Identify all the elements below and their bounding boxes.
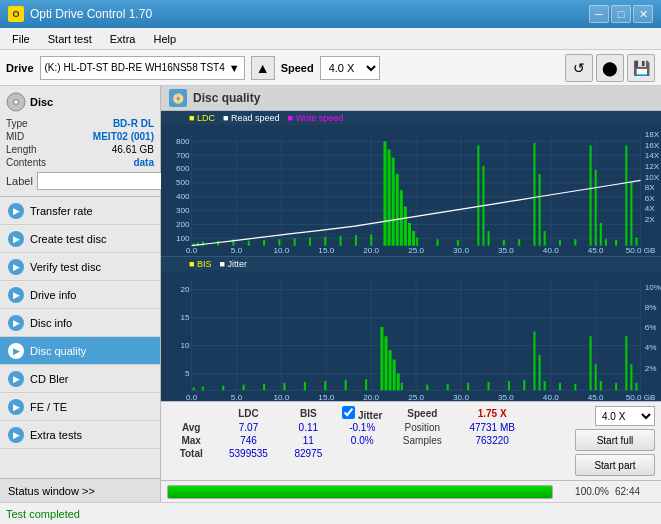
minimize-button[interactable]: ─ bbox=[589, 5, 609, 23]
svg-rect-63 bbox=[625, 145, 627, 245]
svg-rect-53 bbox=[533, 143, 535, 246]
avg-bis: 0.11 bbox=[282, 421, 336, 434]
app-icon: O bbox=[8, 6, 24, 22]
speed-dropdown-select[interactable]: 4.0 X bbox=[595, 406, 655, 426]
svg-rect-39 bbox=[392, 158, 395, 246]
svg-rect-133 bbox=[533, 331, 535, 390]
menu-help[interactable]: Help bbox=[145, 31, 184, 47]
svg-rect-139 bbox=[595, 364, 597, 390]
bottom-chart-svg: 20 15 10 5 10% 8% 6% 4% 2% bbox=[161, 271, 661, 402]
svg-rect-38 bbox=[388, 149, 391, 245]
menu-extra[interactable]: Extra bbox=[102, 31, 144, 47]
disc-quality-icon: ▶ bbox=[8, 343, 24, 359]
avg-jitter: -0.1% bbox=[335, 421, 389, 434]
close-button[interactable]: ✕ bbox=[633, 5, 653, 23]
record-icon-button[interactable]: ⬤ bbox=[596, 54, 624, 82]
ldc-legend: ■ LDC bbox=[189, 113, 215, 123]
disc-contents-value: data bbox=[133, 157, 154, 168]
svg-rect-116 bbox=[283, 382, 285, 389]
svg-rect-136 bbox=[559, 382, 561, 389]
charts-container: ■ LDC ■ Read speed ■ Write speed bbox=[161, 111, 661, 401]
bottom-legend: ■ BIS ■ Jitter bbox=[161, 257, 661, 271]
jitter-checkbox[interactable] bbox=[342, 406, 355, 419]
svg-text:50.0 GB: 50.0 GB bbox=[626, 392, 656, 401]
svg-text:600: 600 bbox=[176, 165, 190, 173]
window-controls: ─ □ ✕ bbox=[589, 5, 653, 23]
svg-rect-40 bbox=[396, 174, 399, 246]
svg-rect-144 bbox=[635, 382, 637, 389]
disc-info-icon: ▶ bbox=[8, 315, 24, 331]
svg-rect-48 bbox=[477, 145, 479, 245]
svg-point-2 bbox=[15, 101, 18, 104]
drive-select[interactable]: (K:) HL-DT-ST BD-RE WH16NS58 TST4 ▼ bbox=[40, 56, 245, 80]
start-part-button[interactable]: Start part bbox=[575, 454, 655, 476]
max-ldc: 746 bbox=[215, 434, 281, 447]
svg-rect-37 bbox=[383, 141, 386, 245]
refresh-icon-button[interactable]: ↺ bbox=[565, 54, 593, 82]
svg-text:35.0: 35.0 bbox=[498, 392, 515, 401]
sidebar-item-verify-test-disc[interactable]: ▶ Verify test disc bbox=[0, 253, 160, 281]
status-window-button[interactable]: Status window >> bbox=[0, 478, 160, 502]
svg-text:2X: 2X bbox=[645, 216, 655, 224]
svg-text:200: 200 bbox=[176, 221, 190, 229]
sidebar-item-extra-tests[interactable]: ▶ Extra tests bbox=[0, 421, 160, 449]
bottom-chart: ■ BIS ■ Jitter bbox=[161, 257, 661, 402]
disc-length-row: Length 46.61 GB bbox=[6, 144, 154, 155]
sidebar-item-transfer-rate[interactable]: ▶ Transfer rate bbox=[0, 197, 160, 225]
top-chart-area: 800 700 600 500 400 300 200 100 18X 16X bbox=[161, 125, 661, 256]
total-bis: 82975 bbox=[282, 447, 336, 460]
disc-quality-header: 📀 Disc quality bbox=[161, 86, 661, 111]
svg-text:4X: 4X bbox=[645, 205, 655, 213]
disc-header: Disc bbox=[6, 92, 154, 112]
speed-select[interactable]: 4.0 X bbox=[320, 56, 380, 80]
start-full-button[interactable]: Start full bbox=[575, 429, 655, 451]
svg-text:25.0: 25.0 bbox=[408, 392, 425, 401]
samples-value: 763220 bbox=[455, 434, 529, 447]
menu-file[interactable]: File bbox=[4, 31, 38, 47]
sidebar-item-disc-info[interactable]: ▶ Disc info bbox=[0, 309, 160, 337]
title-bar: O Opti Drive Control 1.70 ─ □ ✕ bbox=[0, 0, 661, 28]
svg-rect-120 bbox=[365, 379, 367, 390]
svg-rect-60 bbox=[600, 223, 602, 246]
svg-text:16X: 16X bbox=[645, 142, 660, 150]
menu-bar: File Start test Extra Help bbox=[0, 28, 661, 50]
svg-rect-35 bbox=[355, 235, 357, 246]
position-value: 47731 MB bbox=[455, 421, 529, 434]
svg-rect-30 bbox=[278, 239, 280, 246]
menu-start-test[interactable]: Start test bbox=[40, 31, 100, 47]
svg-text:5: 5 bbox=[185, 369, 190, 378]
sidebar-item-label: Drive info bbox=[30, 289, 76, 301]
svg-rect-112 bbox=[202, 386, 204, 390]
svg-rect-28 bbox=[248, 241, 250, 246]
sidebar-item-fe-te[interactable]: ▶ FE / TE bbox=[0, 393, 160, 421]
sidebar-item-cd-bler[interactable]: ▶ CD Bler bbox=[0, 365, 160, 393]
disc-contents-label: Contents bbox=[6, 157, 46, 168]
svg-rect-57 bbox=[574, 239, 576, 246]
svg-rect-43 bbox=[408, 223, 411, 246]
jitter-legend: ■ Jitter bbox=[219, 259, 246, 269]
save-icon-button[interactable]: 💾 bbox=[627, 54, 655, 82]
disc-contents-row: Contents data bbox=[6, 157, 154, 168]
sidebar-item-drive-info[interactable]: ▶ Drive info bbox=[0, 281, 160, 309]
verify-test-disc-icon: ▶ bbox=[8, 259, 24, 275]
sidebar-item-create-test-disc[interactable]: ▶ Create test disc bbox=[0, 225, 160, 253]
svg-rect-44 bbox=[412, 231, 415, 246]
disc-label-label: Label bbox=[6, 175, 33, 187]
svg-rect-54 bbox=[539, 174, 541, 246]
svg-text:45.0: 45.0 bbox=[588, 247, 604, 255]
speed-row: 4.0 X bbox=[595, 406, 655, 426]
maximize-button[interactable]: □ bbox=[611, 5, 631, 23]
drive-bar: Drive (K:) HL-DT-ST BD-RE WH16NS58 TST4 … bbox=[0, 50, 661, 86]
sidebar-item-label: CD Bler bbox=[30, 373, 69, 385]
disc-mid-value: MEIT02 (001) bbox=[93, 131, 154, 142]
eject-button[interactable]: ▲ bbox=[251, 56, 275, 80]
svg-rect-126 bbox=[401, 382, 403, 389]
total-label: Total bbox=[167, 447, 215, 460]
disc-label-input[interactable] bbox=[37, 172, 170, 190]
avg-ldc: 7.07 bbox=[215, 421, 281, 434]
svg-rect-42 bbox=[404, 207, 407, 246]
col-empty bbox=[167, 406, 215, 421]
svg-rect-50 bbox=[488, 231, 490, 246]
sidebar-item-disc-quality[interactable]: ▶ Disc quality bbox=[0, 337, 160, 365]
disc-label-row: Label 🔍 bbox=[6, 172, 154, 190]
